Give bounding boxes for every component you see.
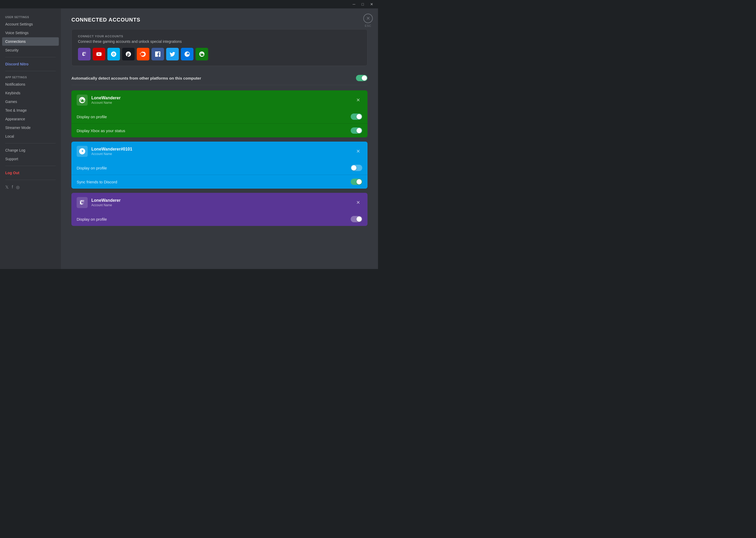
sidebar-divider-2 <box>5 71 56 71</box>
xbox-display-profile-toggle[interactable] <box>351 114 362 120</box>
twitch-card-header: LoneWanderer Account Name ✕ <box>71 193 367 212</box>
connect-box-description: Connect these gaming accounts and unlock… <box>78 39 361 44</box>
sidebar-item-security[interactable]: Security <box>2 46 59 54</box>
battlenet-card-logo <box>77 146 88 157</box>
platform-btn-twitch[interactable] <box>78 48 91 60</box>
battlenet-close-button[interactable]: ✕ <box>354 147 362 155</box>
battlenet-card-header: LoneWanderer#0101 Account Name ✕ <box>71 141 367 161</box>
battlenet-display-profile-toggle[interactable] <box>351 165 362 171</box>
xbox-display-status-row: Display Xbox as your status <box>71 124 367 137</box>
user-settings-label: User Settings <box>2 14 59 20</box>
sidebar-item-local[interactable]: Local <box>2 132 59 140</box>
app-settings-label: App Settings <box>2 74 59 80</box>
twitch-display-profile-track[interactable] <box>351 216 362 222</box>
twitch-display-profile-row: Display on profile <box>71 212 367 226</box>
maximize-button[interactable]: □ <box>360 2 365 7</box>
sidebar-item-appearance[interactable]: Appearance <box>2 115 59 123</box>
xbox-display-status-toggle[interactable] <box>351 128 362 134</box>
xbox-close-button[interactable]: ✕ <box>354 96 362 104</box>
sidebar-divider-3 <box>5 143 56 143</box>
battlenet-display-profile-thumb <box>351 165 356 171</box>
xbox-account-label: Account Name <box>91 101 120 105</box>
platform-btn-reddit[interactable] <box>137 48 149 60</box>
twitch-display-profile-thumb <box>356 216 362 222</box>
sidebar-item-changelog[interactable]: Change Log <box>2 146 59 154</box>
battlenet-display-profile-label: Display on profile <box>77 166 107 170</box>
twitch-card-logo <box>77 197 88 208</box>
page-title: Connected Accounts <box>71 17 367 23</box>
auto-detect-toggle-thumb <box>362 76 367 81</box>
title-bar: ─ □ ✕ <box>0 0 378 8</box>
esc-close[interactable]: ✕ ESC <box>363 14 373 27</box>
facebook-social-icon[interactable]: f <box>12 185 13 190</box>
sidebar-divider-5 <box>5 180 56 180</box>
battlenet-card-user-info: LoneWanderer#0101 Account Name <box>91 147 132 156</box>
sidebar-item-text-image[interactable]: Text & Image <box>2 106 59 115</box>
xbox-display-status-track[interactable] <box>351 128 362 134</box>
twitter-social-icon[interactable]: 𝕏 <box>5 185 9 190</box>
xbox-display-profile-label: Display on profile <box>77 115 107 119</box>
auto-detect-toggle[interactable] <box>356 75 367 81</box>
platform-btn-youtube[interactable] <box>93 48 105 60</box>
battlenet-display-profile-track[interactable] <box>351 165 362 171</box>
sidebar-divider-4 <box>5 166 56 166</box>
twitch-display-profile-label: Display on profile <box>77 217 107 221</box>
platform-btn-xbox[interactable] <box>196 48 208 60</box>
esc-label: ESC <box>365 24 371 27</box>
twitch-card-user-info: LoneWanderer Account Name <box>91 198 120 207</box>
close-icon: ✕ <box>366 16 370 21</box>
xbox-account-card: LoneWanderer Account Name ✕ Display on p… <box>71 90 367 137</box>
close-button[interactable]: ✕ <box>368 2 375 7</box>
xbox-username: LoneWanderer <box>91 96 120 100</box>
auto-detect-row: Automatically detect accounts from other… <box>71 71 367 85</box>
twitch-close-button[interactable]: ✕ <box>354 198 362 206</box>
twitch-account-label: Account Name <box>91 203 120 207</box>
platform-btn-skype[interactable] <box>107 48 120 60</box>
main-content: ✕ ESC Connected Accounts Connect Your Ac… <box>61 8 378 269</box>
battlenet-account-label: Account Name <box>91 152 132 156</box>
twitch-display-profile-toggle[interactable] <box>351 216 362 222</box>
platform-btn-facebook[interactable] <box>152 48 164 60</box>
xbox-card-logo <box>77 94 88 106</box>
battlenet-sync-friends-toggle[interactable] <box>351 179 362 185</box>
battlenet-sync-friends-label: Sync friends to Discord <box>77 180 117 184</box>
sidebar-item-keybinds[interactable]: Keybinds <box>2 89 59 97</box>
sidebar: User Settings Account Settings Voice Set… <box>0 8 61 269</box>
sidebar-item-games[interactable]: Games <box>2 97 59 106</box>
platform-btn-twitter[interactable] <box>166 48 179 60</box>
xbox-display-profile-row: Display on profile <box>71 110 367 124</box>
minimize-button[interactable]: ─ <box>351 2 357 7</box>
battlenet-sync-friends-track[interactable] <box>351 179 362 185</box>
sidebar-divider-1 <box>5 57 56 57</box>
platform-btn-battlenet[interactable] <box>181 48 193 60</box>
xbox-display-status-label: Display Xbox as your status <box>77 129 125 133</box>
xbox-display-profile-thumb <box>356 114 362 119</box>
twitch-card-info: LoneWanderer Account Name <box>77 197 120 208</box>
sidebar-item-voice-settings[interactable]: Voice Settings <box>2 28 59 37</box>
twitch-username: LoneWanderer <box>91 198 120 203</box>
platform-icons-list <box>78 48 361 60</box>
connect-box-title: Connect Your Accounts <box>78 35 361 38</box>
sidebar-item-logout[interactable]: Log Out <box>2 169 59 177</box>
battlenet-sync-friends-thumb <box>356 179 362 185</box>
sidebar-item-nitro[interactable]: Discord Nitro <box>2 60 59 68</box>
battlenet-card-info: LoneWanderer#0101 Account Name <box>77 146 132 157</box>
xbox-card-header: LoneWanderer Account Name ✕ <box>71 90 367 110</box>
instagram-social-icon[interactable]: ◎ <box>16 185 20 190</box>
app-container: User Settings Account Settings Voice Set… <box>0 8 378 269</box>
sidebar-item-account-settings[interactable]: Account Settings <box>2 20 59 28</box>
battlenet-username: LoneWanderer#0101 <box>91 147 132 152</box>
sidebar-item-connections[interactable]: Connections <box>2 37 59 46</box>
xbox-display-profile-track[interactable] <box>351 114 362 120</box>
platform-btn-steam[interactable] <box>122 48 135 60</box>
sidebar-item-support[interactable]: Support <box>2 155 59 163</box>
connect-accounts-box: Connect Your Accounts Connect these gami… <box>71 29 367 66</box>
battlenet-display-profile-row: Display on profile <box>71 161 367 175</box>
sidebar-item-streamer-mode[interactable]: Streamer Mode <box>2 124 59 132</box>
sidebar-item-notifications[interactable]: Notifications <box>2 80 59 88</box>
auto-detect-toggle-track[interactable] <box>356 75 367 81</box>
battlenet-account-card: LoneWanderer#0101 Account Name ✕ Display… <box>71 141 367 188</box>
esc-close-circle[interactable]: ✕ <box>363 14 373 23</box>
xbox-display-status-thumb <box>356 128 362 133</box>
xbox-card-user-info: LoneWanderer Account Name <box>91 96 120 105</box>
